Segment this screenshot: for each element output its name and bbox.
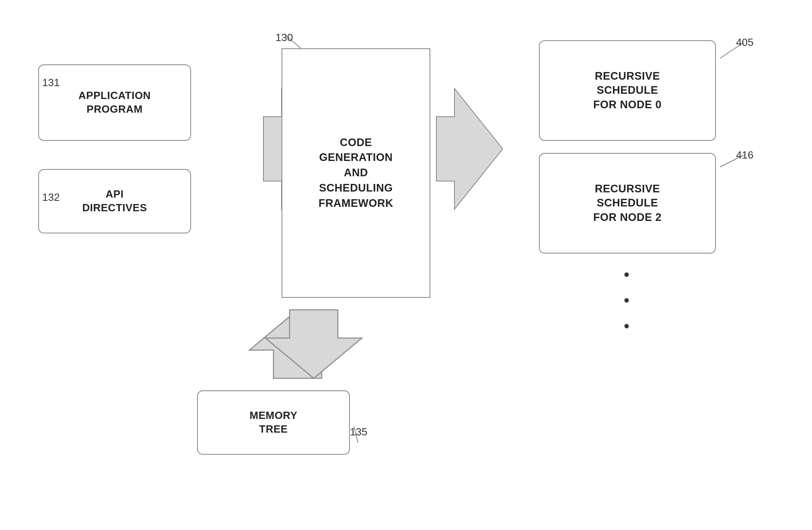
diagram-container: APPLICATIONPROGRAM APIDIRECTIVES CODEGEN… (0, 0, 812, 530)
svg-marker-8 (436, 89, 503, 209)
application-program-box: APPLICATIONPROGRAM (38, 64, 191, 141)
ref-416: 416 (736, 149, 753, 161)
recursive-node0-box: RECURSIVESCHEDULEFOR NODE 0 (539, 40, 716, 141)
code-generation-box: CODEGENERATIONANDSCHEDULINGFRAMEWORK (282, 48, 430, 298)
api-directives-box: APIDIRECTIVES (38, 169, 191, 233)
ref-405: 405 (736, 36, 753, 49)
memory-tree-box: MEMORYTREE (197, 390, 350, 455)
ref-132: 132 (42, 191, 60, 204)
code-generation-label: CODEGENERATIONANDSCHEDULINGFRAMEWORK (319, 135, 393, 211)
ellipsis-dots: ••• (607, 262, 648, 339)
svg-marker-10 (265, 310, 362, 378)
recursive-node2-label: RECURSIVESCHEDULEFOR NODE 2 (593, 182, 662, 224)
recursive-node2-box: RECURSIVESCHEDULEFOR NODE 2 (539, 153, 716, 254)
ref-131: 131 (42, 76, 60, 89)
recursive-node0-label: RECURSIVESCHEDULEFOR NODE 0 (593, 69, 662, 111)
application-program-label: APPLICATIONPROGRAM (78, 89, 151, 116)
ref-135: 135 (350, 426, 367, 438)
svg-marker-9 (249, 310, 346, 378)
ref-130: 130 (275, 31, 293, 44)
api-directives-label: APIDIRECTIVES (82, 188, 147, 215)
memory-tree-label: MEMORYTREE (249, 409, 297, 436)
dots-label: ••• (624, 266, 631, 335)
